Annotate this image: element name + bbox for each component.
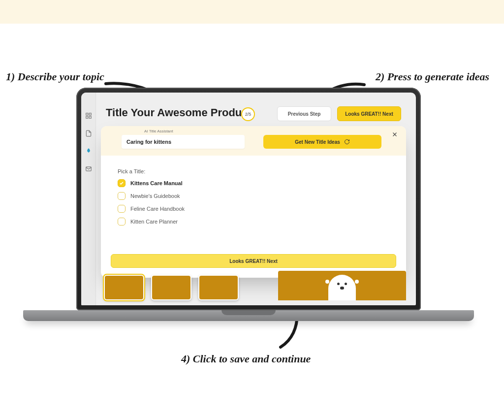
title-option-1[interactable]: Newbie's Guidebook bbox=[118, 192, 389, 200]
ai-title-modal: AI Title Assistant Get New Title Ideas P… bbox=[101, 126, 406, 278]
refresh-icon bbox=[344, 139, 350, 145]
mascot-character bbox=[328, 275, 356, 300]
svg-rect-0 bbox=[86, 113, 88, 115]
laptop-mockup: Title Your Awesome Product 2/5 Previous … bbox=[76, 88, 421, 329]
app-sidebar bbox=[81, 93, 96, 305]
laptop-screen: Title Your Awesome Product 2/5 Previous … bbox=[81, 93, 416, 305]
checkbox-icon bbox=[118, 179, 126, 187]
product-preview-panel bbox=[278, 271, 406, 300]
page-top-band bbox=[0, 0, 504, 24]
ai-title-assistant-label: AI Title Assistant bbox=[144, 129, 173, 133]
title-option-label: Kittens Care Manual bbox=[130, 180, 183, 186]
checkbox-icon bbox=[118, 192, 126, 200]
looks-great-next-button-top[interactable]: Looks GREAT!! Next bbox=[337, 106, 401, 121]
title-option-label: Newbie's Guidebook bbox=[130, 193, 180, 199]
annotation-step-2: 2) Press to generate ideas bbox=[376, 70, 489, 83]
title-option-label: Kitten Care Planner bbox=[130, 219, 178, 225]
title-option-3[interactable]: Kitten Care Planner bbox=[118, 218, 389, 226]
step-indicator: 2/5 bbox=[241, 107, 255, 121]
previous-step-button[interactable]: Previous Step bbox=[277, 106, 331, 121]
dashboard-icon[interactable] bbox=[85, 112, 92, 119]
checkbox-icon bbox=[118, 205, 126, 213]
template-thumbnails bbox=[104, 275, 239, 300]
mail-icon[interactable] bbox=[85, 165, 92, 172]
title-option-0[interactable]: Kittens Care Manual bbox=[118, 179, 389, 187]
svg-rect-2 bbox=[86, 116, 88, 118]
svg-rect-3 bbox=[89, 116, 91, 118]
get-new-title-ideas-label: Get New Title Ideas bbox=[295, 139, 340, 145]
title-option-2[interactable]: Feline Care Handbook bbox=[118, 205, 389, 213]
svg-rect-1 bbox=[89, 113, 91, 115]
document-icon[interactable] bbox=[85, 130, 92, 137]
title-option-label: Feline Care Handbook bbox=[130, 206, 185, 212]
template-thumb[interactable] bbox=[198, 275, 239, 300]
get-new-title-ideas-button[interactable]: Get New Title Ideas bbox=[263, 135, 381, 149]
topic-input[interactable] bbox=[122, 135, 245, 149]
annotation-step-1: 1) Describe your topic bbox=[6, 70, 104, 83]
pick-a-title-label: Pick a Title: bbox=[118, 168, 389, 174]
looks-great-next-button[interactable]: Looks GREAT!! Next bbox=[111, 254, 396, 268]
template-thumb[interactable] bbox=[104, 275, 144, 300]
annotation-step-4: 4) Click to save and continue bbox=[181, 353, 311, 365]
close-icon[interactable] bbox=[391, 131, 398, 138]
checkbox-icon bbox=[118, 218, 126, 226]
template-thumb[interactable] bbox=[151, 275, 191, 300]
rocket-icon[interactable] bbox=[85, 148, 92, 155]
